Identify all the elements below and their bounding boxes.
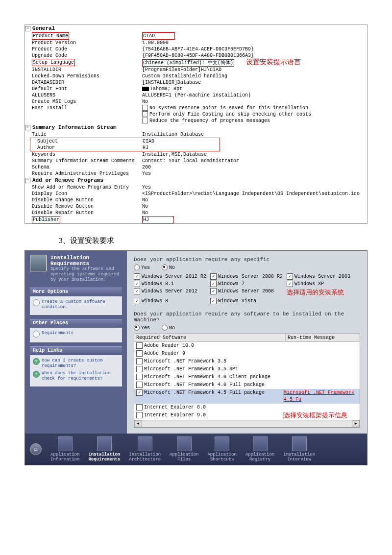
display-icon-value[interactable]: <ISProductFolder>\redist\Language Indepe… <box>142 191 366 197</box>
help-icon: ? <box>33 358 40 365</box>
sw-annotation: 选择安装框架提示信息 <box>284 412 358 419</box>
keywords-value[interactable]: Installer,MSI,Database <box>142 151 366 158</box>
sw-checkbox[interactable] <box>136 350 143 357</box>
product-code-value[interactable]: {7541BA8B-ABF7-41E4-ACEF-D9C3F5EFD7B9} <box>142 46 366 52</box>
help-link-2[interactable]: ?When does the installation check for re… <box>33 371 119 382</box>
os-checkbox[interactable]: ✓ <box>287 281 293 287</box>
author-label: Author <box>31 145 143 151</box>
magnifier-icon <box>33 299 40 306</box>
home-button[interactable]: ⌂ <box>30 443 42 455</box>
os-checkbox[interactable]: ✓ <box>134 288 140 294</box>
col-runtime-message[interactable]: Run-time Message <box>286 334 360 341</box>
horizontal-scrollbar[interactable]: ◄► <box>134 420 360 427</box>
product-version-value[interactable]: 1.00.0000 <box>142 40 366 46</box>
sw-checkbox[interactable] <box>136 358 143 364</box>
os-checkbox[interactable]: ✓ <box>210 288 217 294</box>
setup-language-value[interactable]: Chinese (Simplified): 中文(简体) <box>142 59 234 67</box>
fast-install-opt2-checkbox[interactable] <box>142 111 148 117</box>
section-general[interactable]: −General <box>25 25 367 32</box>
publisher-value[interactable]: HJ <box>142 216 174 223</box>
databasedir-value[interactable]: [INSTALLDIR]Database <box>142 79 366 86</box>
scroll-right-icon[interactable]: ► <box>352 420 360 427</box>
disable-repair-value[interactable]: No <box>142 210 366 216</box>
collapse-icon[interactable]: − <box>25 125 30 130</box>
fast-install-opt1-checkbox[interactable] <box>142 105 148 111</box>
nav-installation-interview[interactable]: Installation Interview <box>283 436 315 462</box>
create-msi-logs-value[interactable]: No <box>142 98 366 105</box>
title-label: Title <box>26 131 142 138</box>
product-name-value[interactable]: CIAD <box>142 32 175 40</box>
keywords-label: Keywords <box>26 151 142 158</box>
help-link-1[interactable]: ?How can I create custom requirements? <box>33 358 119 369</box>
subject-value[interactable]: CIAD <box>143 138 219 145</box>
section-summary[interactable]: −Summary Information Stream <box>25 124 367 131</box>
nav-application-files[interactable]: Application Files <box>170 436 198 462</box>
nav-application-information[interactable]: Application Information <box>50 436 79 462</box>
os-checkbox[interactable]: ✓ <box>134 281 140 287</box>
product-name-label: Product Name <box>32 32 69 40</box>
requirements-icon <box>97 436 112 451</box>
sw-checkbox[interactable] <box>136 366 143 372</box>
collapse-icon[interactable]: − <box>25 26 30 31</box>
allusers-label: ALLUSERS <box>26 92 142 98</box>
requirements-icon <box>30 255 47 271</box>
section-addremove[interactable]: −Add or Remove Programs <box>25 177 367 184</box>
sw-checkbox[interactable] <box>136 382 143 388</box>
databasedir-label: DATABASEDIR <box>26 79 142 86</box>
requirements-link[interactable]: Requirements <box>33 331 119 338</box>
runtime-message[interactable]: Microsoft .NET Framework 4.5 Fu <box>284 389 358 403</box>
sw-checkbox[interactable] <box>136 404 143 410</box>
disable-change-value[interactable]: No <box>142 197 366 203</box>
scroll-left-icon[interactable]: ◄ <box>134 420 142 427</box>
sw-no-radio[interactable] <box>162 325 168 331</box>
help-icon: ? <box>33 371 40 378</box>
sw-checkbox[interactable]: ✓ <box>136 389 143 396</box>
display-icon-label: Display Icon <box>26 191 142 197</box>
show-entry-label: Show Add or Remove Programs Entry <box>26 184 142 191</box>
shortcuts-icon <box>215 436 229 451</box>
default-font-value[interactable]: Tahoma; 8pt <box>142 86 366 92</box>
sw-yes-radio[interactable] <box>134 325 140 331</box>
os-list: ✓Windows Server 2012 R2 ✓Windows Server … <box>134 273 360 304</box>
nav-installation-architecture[interactable]: Installation Architecture <box>129 436 161 462</box>
app-info-icon <box>58 436 73 451</box>
fast-install-opt2: Perform only File Costing and skip check… <box>149 112 311 117</box>
require-admin-value[interactable]: Yes <box>142 170 366 177</box>
installdir-value[interactable]: [ProgramFilesFolder]HJ\CIAD <box>142 67 366 73</box>
schema-value[interactable]: 200 <box>142 164 366 170</box>
os-yes-radio[interactable] <box>134 265 140 270</box>
os-no-radio[interactable] <box>162 265 168 270</box>
title-value[interactable]: Installation Database <box>142 131 366 138</box>
os-checkbox[interactable]: ✓ <box>210 298 217 304</box>
col-required-software[interactable]: Required Software <box>134 334 286 341</box>
sw-checkbox[interactable] <box>136 374 143 380</box>
os-checkbox[interactable]: ✓ <box>134 273 140 280</box>
os-checkbox[interactable]: ✓ <box>134 298 140 304</box>
disable-change-label: Disable Change Button <box>26 197 142 203</box>
disable-remove-label: Disable Remove Button <box>26 203 142 210</box>
show-entry-value[interactable]: Yes <box>142 184 366 191</box>
other-places-header: Other Places <box>30 319 122 327</box>
comments-value[interactable]: Contact: Your local administrator <box>142 158 366 164</box>
author-value[interactable]: HJ <box>143 145 219 151</box>
allusers-value[interactable]: ALLUSERS=1 (Per-machine installation) <box>142 92 366 98</box>
fast-install-opt3-checkbox[interactable] <box>142 118 148 123</box>
question-os: Does your application require any specif… <box>134 257 360 263</box>
nav-application-shortcuts[interactable]: Application Shortcuts <box>207 436 236 462</box>
os-checkbox[interactable]: ✓ <box>287 273 293 280</box>
sw-row-selected[interactable]: ✓Microsoft .NET Framework 4.5 Full packa… <box>134 389 360 404</box>
os-checkbox[interactable]: ✓ <box>210 273 217 280</box>
magnifier-icon <box>33 331 40 338</box>
sidebar-desc: Specify the software and operating syste… <box>50 266 122 283</box>
interview-icon <box>292 436 307 451</box>
sw-checkbox[interactable] <box>136 412 143 418</box>
collapse-icon[interactable]: − <box>25 178 30 183</box>
sw-checkbox[interactable] <box>136 342 143 349</box>
locked-down-value[interactable]: Custom InstallShield handling <box>142 73 366 79</box>
disable-repair-label: Disable Repair Button <box>26 210 142 216</box>
custom-condition-link[interactable]: Create a custom software condition. <box>33 299 119 310</box>
disable-remove-value[interactable]: No <box>142 203 366 210</box>
nav-application-registry[interactable]: Application Registry <box>245 436 274 462</box>
nav-installation-requirements[interactable]: Installation Requirements <box>88 436 120 462</box>
os-checkbox[interactable]: ✓ <box>210 281 217 287</box>
